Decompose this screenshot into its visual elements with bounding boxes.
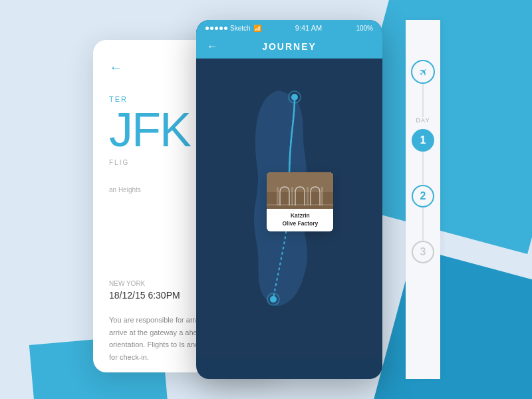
signal-dot-4: [219, 27, 223, 30]
tooltip-image-inner: [267, 172, 333, 209]
signal-dot-2: [210, 27, 213, 30]
header-back-button[interactable]: ←: [207, 41, 217, 53]
tooltip-location-line2: Olive Factory: [272, 220, 328, 228]
phone-header: ← JOURNEY: [196, 36, 382, 59]
tooltip-location-line1: Katzrin: [272, 212, 328, 220]
signal-dot-3: [215, 27, 218, 30]
back-arrow-button[interactable]: ←: [109, 60, 122, 75]
day-2-number: 2: [420, 190, 426, 202]
building-image-svg: [267, 172, 333, 209]
day-1-number: 1: [420, 134, 426, 146]
sidebar-line-1: [422, 84, 424, 117]
airplane-icon-circle[interactable]: ✈: [411, 60, 435, 84]
bg-shape-bottom-right: [362, 248, 532, 399]
svg-point-4: [291, 94, 298, 100]
header-title: JOURNEY: [262, 41, 317, 52]
svg-rect-11: [277, 187, 279, 205]
status-left: Sketch 📶: [205, 25, 261, 32]
signal-dot-5: [224, 27, 227, 30]
status-battery: 100%: [356, 25, 373, 32]
svg-rect-12: [291, 187, 293, 205]
airplane-icon: ✈: [416, 65, 431, 80]
svg-rect-13: [307, 187, 309, 205]
tooltip-image: [267, 172, 333, 209]
sidebar-line-3: [422, 207, 424, 241]
wifi-icon: 📶: [253, 25, 261, 32]
status-bar: Sketch 📶 9:41 AM 100%: [196, 20, 382, 36]
right-sidebar: ✈ DAY 1 2 3: [406, 20, 440, 379]
signal-dot-1: [205, 27, 209, 30]
location-tooltip[interactable]: Katzrin Olive Factory: [267, 172, 333, 231]
day-3-number: 3: [420, 246, 426, 258]
signal-dots: [205, 27, 227, 30]
map-area: Katzrin Olive Factory: [196, 59, 382, 358]
day-2-circle[interactable]: 2: [412, 185, 434, 207]
day-3-circle[interactable]: 3: [412, 241, 434, 263]
carrier-name: Sketch: [230, 25, 251, 32]
svg-rect-14: [321, 187, 323, 205]
status-time: 9:41 AM: [295, 24, 322, 32]
day-1-circle[interactable]: 1: [412, 129, 434, 152]
sidebar-line-2: [422, 152, 424, 185]
phone-front-panel: Sketch 📶 9:41 AM 100% ← JOURNEY: [196, 20, 382, 379]
svg-point-6: [270, 296, 277, 303]
day-label: DAY: [416, 117, 430, 124]
tooltip-text: Katzrin Olive Factory: [267, 209, 333, 231]
